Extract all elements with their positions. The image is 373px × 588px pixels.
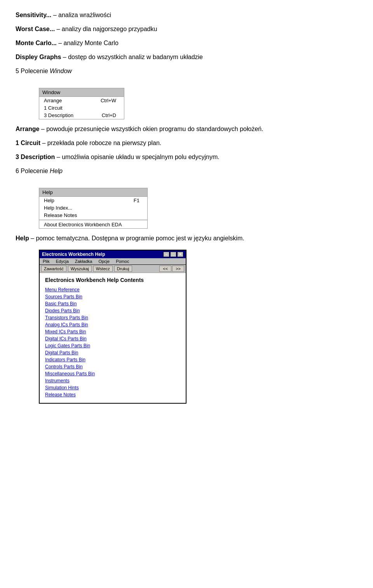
sensitivity-bold: Sensitivity... bbox=[16, 12, 51, 18]
arrange-description: Arrange – powoduje przesunięcie wszystki… bbox=[16, 126, 357, 133]
ewb-link-menu-reference[interactable]: Menu Reference bbox=[45, 287, 180, 292]
polecenie-help-italic: Help bbox=[50, 168, 63, 174]
circuit-text: – przekłada pole robocze na pierwszy pla… bbox=[40, 140, 161, 146]
ewb-link-instruments[interactable]: Instruments bbox=[45, 378, 180, 383]
ewb-toolbar-prev[interactable]: << bbox=[159, 266, 171, 272]
polecenie-help-heading: 6 Polecenie Help bbox=[16, 168, 357, 175]
window-arrange-shortcut: Ctrl+W bbox=[101, 98, 116, 103]
ewb-toolbar: Zawartość Wyszukaj Wstecz Drukuj << >> bbox=[40, 265, 186, 273]
polecenie-window-heading: 5 Polecenie Window bbox=[16, 68, 357, 75]
help-help-label: Help bbox=[44, 198, 54, 203]
display-graphs-bold: Displey Graphs bbox=[16, 54, 61, 60]
ewb-close-button[interactable]: ✕ bbox=[177, 252, 183, 257]
display-graphs-section: Displey Graphs – dostęp do wszystkich an… bbox=[16, 54, 357, 61]
ewb-title-bar: Electronics Workbench Help – □ ✕ bbox=[40, 250, 186, 258]
desc-bold: 3 Description bbox=[16, 154, 55, 160]
ewb-menu-opcje[interactable]: Opcje bbox=[97, 259, 111, 264]
ewb-link-digital-ics-parts-bin[interactable]: Digital ICs Parts Bin bbox=[45, 336, 180, 341]
ewb-toolbar-wyszukaj[interactable]: Wyszukaj bbox=[68, 266, 92, 272]
ewb-title-buttons: – □ ✕ bbox=[163, 252, 183, 257]
help-menu-title: Help bbox=[39, 188, 147, 197]
worst-case-text: – analizy dla najgorszego przypadku bbox=[55, 26, 157, 32]
ewb-menubar: Plik Edycja Zakładka Opcje Pomoc bbox=[40, 258, 186, 265]
ewb-link-digital-parts-bin[interactable]: Digital Parts Bin bbox=[45, 350, 180, 355]
window-description-shortcut: Ctrl+D bbox=[102, 112, 116, 118]
window-menu-circuit: 1 Circuit bbox=[39, 104, 124, 112]
ewb-menu-zakladka[interactable]: Zakładka bbox=[73, 259, 94, 264]
ewb-link-analog-ics-parts-bin[interactable]: Analog ICs Parts Bin bbox=[45, 322, 180, 327]
ewb-link-mixed-ics-parts-bin[interactable]: Mixed ICs Parts Bin bbox=[45, 329, 180, 334]
help-about-label: About Electronics Workbench EDA bbox=[44, 222, 122, 228]
help-menu-screenshot: Help Help F1 Help Index... Release Notes… bbox=[39, 188, 148, 229]
arrange-text: – powoduje przesunięcie wszystkich okien… bbox=[39, 126, 263, 132]
ewb-link-diodes-parts-bin[interactable]: Diodes Parts Bin bbox=[45, 308, 180, 313]
desc-description: 3 Description – umożliwia opisanie układ… bbox=[16, 154, 357, 161]
ewb-window-title: Electronics Workbench Help bbox=[42, 252, 105, 257]
window-menu-screenshot: Window Arrange Ctrl+W 1 Circuit 3 Descri… bbox=[39, 88, 124, 119]
ewb-menu-pomoc[interactable]: Pomoc bbox=[114, 259, 131, 264]
help-text: – pomoc tematyczna. Dostępna w programie… bbox=[29, 235, 244, 242]
ewb-toolbar-zawartość[interactable]: Zawartość bbox=[41, 266, 66, 272]
window-menu-arrange: Arrange Ctrl+W bbox=[39, 97, 124, 104]
polecenie-window-number: 5 Polecenie bbox=[16, 68, 48, 74]
help-menu-about: About Electronics Workbench EDA bbox=[39, 221, 147, 228]
ewb-link-miscellaneous-parts-bin[interactable]: Miscellaneous Parts Bin bbox=[45, 371, 180, 376]
ewb-link-basic-parts-bin[interactable]: Basic Parts Bin bbox=[45, 301, 180, 306]
ewb-link-indicators-parts-bin[interactable]: Indicators Parts Bin bbox=[45, 357, 180, 362]
ewb-content-title: Electronics Workbench Help Contents bbox=[45, 277, 180, 283]
ewb-content: Electronics Workbench Help Contents Menu… bbox=[40, 273, 186, 403]
ewb-link-simulation-hints[interactable]: Simulation Hints bbox=[45, 385, 180, 390]
ewb-link-logic-gates-parts-bin[interactable]: Logic Gates Parts Bin bbox=[45, 343, 180, 348]
ewb-link-sources-parts-bin[interactable]: Sources Parts Bin bbox=[45, 294, 180, 299]
worst-case-bold: Worst Case... bbox=[16, 26, 55, 32]
window-arrange-label: Arrange bbox=[44, 98, 62, 103]
circuit-description: 1 Circuit – przekłada pole robocze na pi… bbox=[16, 140, 357, 147]
help-menu-index: Help Index... bbox=[39, 204, 147, 212]
help-bold: Help bbox=[16, 235, 29, 242]
window-menu-title: Window bbox=[39, 88, 124, 97]
monte-carlo-text: – analizy Monte Carlo bbox=[57, 40, 119, 46]
window-description-label: 3 Description bbox=[44, 112, 73, 118]
help-menu-divider bbox=[39, 220, 147, 220]
ewb-maximize-button[interactable]: □ bbox=[170, 252, 176, 257]
ewb-minimize-button[interactable]: – bbox=[163, 252, 169, 257]
arrange-bold: Arrange bbox=[16, 126, 39, 132]
circuit-bold: 1 Circuit bbox=[16, 140, 40, 146]
ewb-toolbar-wstecz[interactable]: Wstecz bbox=[93, 266, 113, 272]
ewb-menu-plik[interactable]: Plik bbox=[41, 259, 51, 264]
help-index-label: Help Index... bbox=[44, 205, 72, 211]
help-release-label: Release Notes bbox=[44, 212, 77, 218]
monte-carlo-section: Monte Carlo... – analizy Monte Carlo bbox=[16, 40, 357, 47]
ewb-menu-edycja[interactable]: Edycja bbox=[54, 259, 70, 264]
ewb-link-controls-parts-bin[interactable]: Controls Parts Bin bbox=[45, 364, 180, 369]
ewb-link-release-notes[interactable]: Release Notes bbox=[45, 392, 180, 397]
ewb-toolbar-next[interactable]: >> bbox=[172, 266, 184, 272]
polecenie-help-number: 6 Polecenie bbox=[16, 168, 48, 174]
help-menu-release: Release Notes bbox=[39, 212, 147, 219]
polecenie-window-italic: Window bbox=[50, 68, 72, 74]
ewb-toolbar-nav: << >> bbox=[159, 266, 184, 272]
worst-case-section: Worst Case... – analizy dla najgorszego … bbox=[16, 26, 357, 33]
monte-carlo-bold: Monte Carlo... bbox=[16, 40, 57, 46]
ewb-toolbar-drukuj[interactable]: Drukuj bbox=[114, 266, 132, 272]
window-circuit-label: 1 Circuit bbox=[44, 105, 63, 111]
help-help-shortcut: F1 bbox=[134, 198, 139, 203]
display-graphs-text: – dostęp do wszystkich analiz w badanym … bbox=[61, 54, 203, 60]
sensitivity-section: Sensitivity... – analiza wrażliwości bbox=[16, 12, 357, 19]
help-description: Help – pomoc tematyczna. Dostępna w prog… bbox=[16, 235, 357, 242]
ewb-help-window: Electronics Workbench Help – □ ✕ Plik Ed… bbox=[39, 250, 186, 404]
ewb-link-transistors-parts-bin[interactable]: Transistors Parts Bin bbox=[45, 315, 180, 320]
help-menu-help: Help F1 bbox=[39, 197, 147, 204]
desc-text: – umożliwia opisanie układu w specjalnym… bbox=[55, 154, 219, 160]
window-menu-description: 3 Description Ctrl+D bbox=[39, 112, 124, 119]
sensitivity-text: – analiza wrażliwości bbox=[51, 12, 111, 18]
